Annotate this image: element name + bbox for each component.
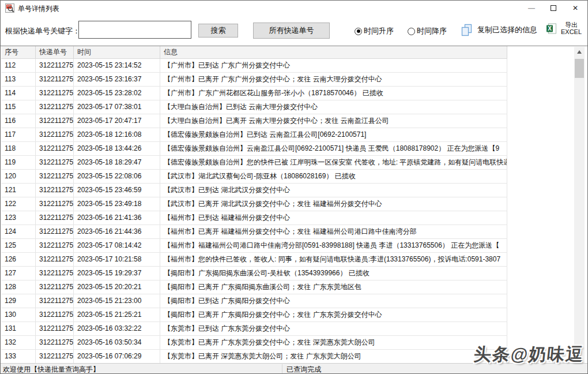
copy-selected-button[interactable]: 复制已选择的信息 <box>461 24 537 36</box>
cell-index: 120 <box>1 170 36 183</box>
table-row[interactable]: 1163122112752023-05-17 20:47:17【大理白族自治州】… <box>1 114 507 128</box>
window-controls: — ✕ <box>521 1 586 16</box>
column-header-2[interactable]: 时间 <box>74 46 160 58</box>
sort-asc-radio[interactable]: 时间升序 <box>355 26 394 36</box>
table-row[interactable]: 1173122112752023-05-18 12:16:08【德宏傣族景颇族自… <box>1 128 507 142</box>
cell-tracking-number: 312211275 <box>36 87 74 100</box>
column-header-3[interactable]: 信息 <box>160 46 507 58</box>
cell-info: 【揭阳市】已离开 广东揭阳揭东曲溪公司；发往 广东东莞地区包 <box>160 280 507 294</box>
table-row[interactable]: 1203122112752023-05-15 22:08:06【武汉市】湖北武汉… <box>1 170 507 184</box>
table-row[interactable]: 1273122112752023-05-15 19:29:37【揭阳市】广东揭阳… <box>1 267 507 280</box>
cell-index: 114 <box>1 87 36 100</box>
scroll-up-icon <box>577 50 582 54</box>
cell-time: 2023-05-15 21:23:00 <box>74 294 160 308</box>
cell-tracking-number: 312211275 <box>36 280 74 294</box>
table-row[interactable]: 1213122112752023-05-15 23:46:59【武汉市】已到达 … <box>1 184 507 197</box>
maximize-button[interactable] <box>542 1 564 16</box>
cell-info: 【广州市】已离开 广东广州分拨交付中心；发往 云南大理分拨交付中心 <box>160 73 507 86</box>
cell-tracking-number: 312211275 <box>36 170 74 183</box>
cell-time: 2023-05-17 20:47:17 <box>74 114 160 128</box>
cell-index: 126 <box>1 253 36 266</box>
table-row[interactable]: 1243122112752023-05-16 21:44:36【福州市】已离开 … <box>1 225 507 239</box>
table-row[interactable]: 1193122112752023-05-18 18:29:47【德宏傣族景颇族自… <box>1 156 507 170</box>
export-excel-button[interactable]: X 导出 EXCEL <box>546 21 582 35</box>
cell-time: 2023-05-17 07:38:01 <box>74 100 160 114</box>
column-header-1[interactable]: 快递单号 <box>36 46 74 58</box>
cell-info: 【福州市】已离开 福建福州分拨交付中心；发往 福建福州公司港口路中佳南湾分部 <box>160 225 507 238</box>
cell-time: 2023-05-15 23:16:37 <box>74 73 160 86</box>
cell-tracking-number: 312211275 <box>36 114 74 128</box>
table-row[interactable]: 1183122112752023-05-18 13:44:26【德宏傣族景颇族自… <box>1 142 507 156</box>
cell-info: 【德宏傣族景颇族自治州】云南盈江县公司[0692-2100571] 快递员 王爱… <box>160 142 507 155</box>
table-row[interactable]: 1233122112752023-05-16 21:41:36【福州市】已到达 … <box>1 211 507 225</box>
cell-time: 2023-05-15 23:28:02 <box>74 87 160 100</box>
cell-info: 【东莞市】已到达 广东东莞分拨交付中心 <box>160 322 507 335</box>
cell-tracking-number: 312211275 <box>36 197 74 211</box>
table-body: 1123122112752023-05-15 23:14:52【广州市】已到达 … <box>1 59 507 364</box>
cell-tracking-number: 312211275 <box>36 239 74 252</box>
table-row[interactable]: 1323122112752023-05-16 03:50:34【东莞市】已离开 … <box>1 336 507 350</box>
table-row[interactable]: 1133122112752023-05-15 23:16:37【广州市】已离开 … <box>1 73 507 87</box>
cell-time: 2023-05-16 03:50:34 <box>74 336 160 349</box>
cell-index: 116 <box>1 114 36 128</box>
cell-time: 2023-05-17 08:14:42 <box>74 239 160 252</box>
table-row[interactable]: 1313122112752023-05-16 03:32:22【东莞市】已到达 … <box>1 322 507 336</box>
table-row[interactable]: 1223122112752023-05-15 23:49:18【武汉市】已离开 … <box>1 197 507 211</box>
table-row[interactable]: 1153122112752023-05-17 07:38:01【大理白族自治州】… <box>1 100 507 114</box>
cell-time: 2023-05-16 03:32:22 <box>74 322 160 335</box>
minimize-button[interactable]: — <box>521 1 542 16</box>
cell-tracking-number: 312211275 <box>36 73 74 86</box>
column-header-0[interactable]: 序号 <box>1 46 36 58</box>
search-input[interactable] <box>78 21 191 39</box>
scrollbar-thumb[interactable] <box>575 59 584 78</box>
maximize-icon <box>551 5 556 11</box>
sort-radio-group: 时间升序 时间降序 <box>355 26 447 36</box>
cell-time: 2023-05-16 21:41:36 <box>74 211 160 225</box>
cell-index: 130 <box>1 308 36 321</box>
cell-index: 118 <box>1 142 36 155</box>
table-row[interactable]: 1283122112752023-05-15 20:20:21【揭阳市】已离开 … <box>1 280 507 294</box>
cell-index: 133 <box>1 350 36 363</box>
cell-time: 2023-05-18 12:16:08 <box>74 128 160 141</box>
excel-icon: X <box>546 23 557 34</box>
cell-info: 【东莞市】已离开 广东东莞分拨交付中心；发往 深莞惠东莞大朗公司 <box>160 336 507 349</box>
export-line2: EXCEL <box>561 28 582 35</box>
cell-info: 【武汉市】已到达 湖北武汉分拨交付中心 <box>160 184 507 197</box>
scroll-up-button[interactable] <box>574 47 585 57</box>
all-tracking-numbers-button[interactable]: 所有快递单号 <box>253 23 330 39</box>
cell-time: 2023-05-15 20:20:21 <box>74 280 160 294</box>
cell-tracking-number: 312211275 <box>36 211 74 225</box>
cell-tracking-number: 312211275 <box>36 294 74 308</box>
table-row[interactable]: 1333122112752023-05-16 07:06:29【东莞市】已离开 … <box>1 350 507 364</box>
cell-time: 2023-05-15 19:29:37 <box>74 267 160 280</box>
radio-unselected-icon <box>408 28 415 35</box>
cell-tracking-number: 312211275 <box>36 59 74 72</box>
cell-info: 【广州市】已到达 广东广州分拨交付中心 <box>160 59 507 72</box>
vertical-scrollbar[interactable] <box>574 47 585 364</box>
table-row[interactable]: 1293122112752023-05-15 21:23:00【揭阳市】已到达 … <box>1 294 507 308</box>
close-button[interactable]: ✕ <box>564 1 586 16</box>
cell-tracking-number: 312211275 <box>36 100 74 114</box>
table-row[interactable]: 1303122112752023-05-15 21:25:21【揭阳市】已离开 … <box>1 308 507 322</box>
table-row[interactable]: 1263122112752023-05-17 10:21:58【福州市】您的快件… <box>1 253 507 267</box>
cell-info: 【大理白族自治州】已离开 云南大理分拨交付中心；发往 云南盈江县公司 <box>160 114 507 128</box>
cell-info: 【揭阳市】已到达 广东揭阳分拨交付中心 <box>160 294 507 308</box>
cell-index: 115 <box>1 100 36 114</box>
cell-index: 129 <box>1 294 36 308</box>
minimize-icon: — <box>528 4 535 12</box>
radio-selected-icon <box>355 28 362 35</box>
cell-tracking-number: 312211275 <box>36 267 74 280</box>
sort-desc-radio[interactable]: 时间降序 <box>408 26 447 36</box>
cell-tracking-number: 312211275 <box>36 308 74 321</box>
cell-info: 【大理白族自治州】已到达 云南大理分拨交付中心 <box>160 100 507 114</box>
cell-tracking-number: 312211275 <box>36 128 74 141</box>
search-button[interactable]: 搜索 <box>198 24 238 38</box>
table-row[interactable]: 1253122112752023-05-17 08:14:42【福州市】福建福州… <box>1 239 507 253</box>
toolbar: 根据快递单号关键字： 搜索 所有快递单号 时间升序 时间降序 复制已选择的信息 <box>1 16 587 46</box>
table-row[interactable]: 1123122112752023-05-15 23:14:52【广州市】已到达 … <box>1 59 507 73</box>
table-row[interactable]: 1143122112752023-05-15 23:28:02【广州市】广东广州… <box>1 87 507 100</box>
cell-tracking-number: 312211275 <box>36 225 74 238</box>
cell-time: 2023-05-15 23:49:18 <box>74 197 160 211</box>
cell-index: 121 <box>1 184 36 197</box>
cell-info: 【东莞市】已离开 深莞惠东莞大朗公司；发往 广东东莞大朗公司 <box>160 350 507 363</box>
